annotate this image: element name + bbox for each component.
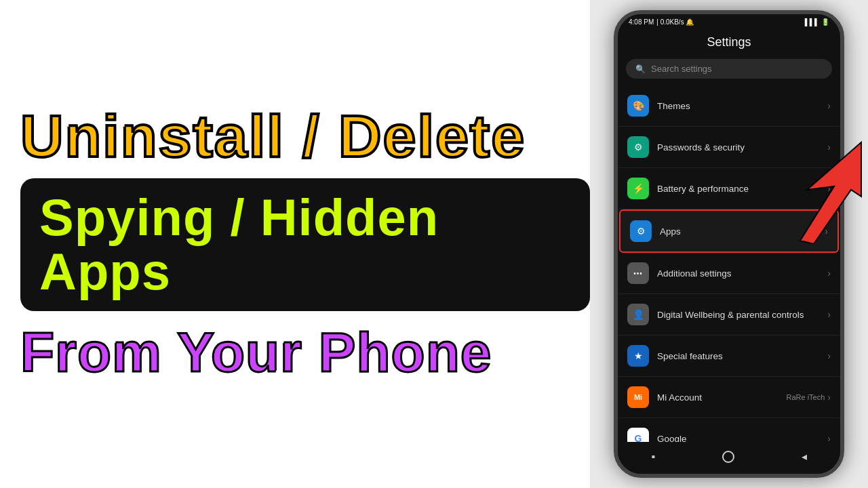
page-title: Settings (618, 28, 840, 55)
google-chevron: › (827, 433, 831, 442)
status-data: | 0.0KB/s 🔔 (656, 18, 694, 26)
search-placeholder: Search settings (651, 64, 712, 74)
settings-item-additional[interactable]: ••• Additional settings › (618, 253, 840, 294)
settings-item-wellbeing[interactable]: 👤 Digital Wellbeing & parental controls … (618, 294, 840, 336)
status-time: 4:08 PM (629, 18, 654, 26)
nav-back[interactable]: ◂ (802, 450, 807, 463)
special-label: Special features (657, 351, 827, 361)
signal-icon: ▌▌▌ (805, 18, 819, 26)
battery-icon: 🔋 (821, 18, 829, 26)
google-icon: G (627, 428, 649, 442)
wellbeing-chevron: › (827, 309, 831, 320)
settings-item-themes[interactable]: 🎨 Themes › (618, 85, 840, 127)
nav-square[interactable]: ▪ (651, 451, 655, 463)
bottom-text: From Your Phone (20, 323, 492, 382)
main-title: Uninstall / Delete (20, 106, 526, 166)
nav-bar: ▪ ◂ (618, 442, 840, 474)
miaccount-value: RaRe iTech (786, 393, 825, 401)
settings-item-passwords[interactable]: ⚙ Passwords & security › (618, 127, 840, 168)
right-panel: 4:08 PM | 0.0KB/s 🔔 ▌▌▌ 🔋 Settings 🔍 Sea… (590, 0, 868, 488)
passwords-icon: ⚙ (627, 136, 649, 158)
apps-label: Apps (660, 226, 825, 237)
miaccount-chevron: › (827, 392, 831, 403)
settings-item-apps[interactable]: ⚙ Apps › (619, 209, 839, 253)
settings-list: 🎨 Themes › ⚙ Passwords & security › (618, 85, 840, 442)
special-chevron: › (827, 350, 831, 361)
wellbeing-label: Digital Wellbeing & parental controls (657, 310, 827, 320)
status-left: 4:08 PM | 0.0KB/s 🔔 (629, 18, 694, 26)
passwords-chevron: › (827, 142, 831, 152)
settings-item-special[interactable]: ★ Special features › (618, 336, 840, 377)
themes-label: Themes (657, 101, 827, 111)
apps-icon: ⚙ (630, 220, 652, 242)
apps-chevron: › (825, 226, 828, 237)
subtitle-text: Spying / Hidden Apps (39, 190, 571, 299)
google-label: Google (657, 434, 827, 443)
battery-label: Battery & performance (657, 184, 827, 194)
search-bar-container[interactable]: 🔍 Search settings (618, 55, 840, 85)
settings-item-google[interactable]: G Google › (618, 418, 840, 442)
themes-icon: 🎨 (627, 95, 649, 117)
nav-home[interactable] (722, 451, 734, 463)
status-bar: 4:08 PM | 0.0KB/s 🔔 ▌▌▌ 🔋 (618, 14, 840, 28)
additional-icon: ••• (627, 262, 649, 284)
battery-chevron: › (827, 183, 831, 194)
themes-chevron: › (827, 100, 831, 111)
wellbeing-icon: 👤 (627, 304, 649, 325)
status-right: ▌▌▌ 🔋 (805, 18, 829, 26)
left-panel: Uninstall / Delete Spying / Hidden Apps … (0, 0, 590, 488)
battery-icon: ⚡ (627, 178, 649, 199)
additional-chevron: › (827, 268, 831, 279)
search-input[interactable]: 🔍 Search settings (626, 59, 832, 79)
phone-frame: 4:08 PM | 0.0KB/s 🔔 ▌▌▌ 🔋 Settings 🔍 Sea… (614, 10, 844, 478)
settings-item-battery[interactable]: ⚡ Battery & performance › (618, 168, 840, 209)
passwords-label: Passwords & security (657, 142, 827, 152)
search-icon: 🔍 (635, 64, 646, 74)
miaccount-label: Mi Account (657, 392, 786, 403)
additional-label: Additional settings (657, 268, 827, 279)
miaccount-icon: Mi (627, 386, 649, 408)
special-icon: ★ (627, 345, 649, 367)
subtitle-box: Spying / Hidden Apps (20, 178, 590, 311)
settings-item-miaccount[interactable]: Mi Mi Account RaRe iTech › (618, 377, 840, 418)
